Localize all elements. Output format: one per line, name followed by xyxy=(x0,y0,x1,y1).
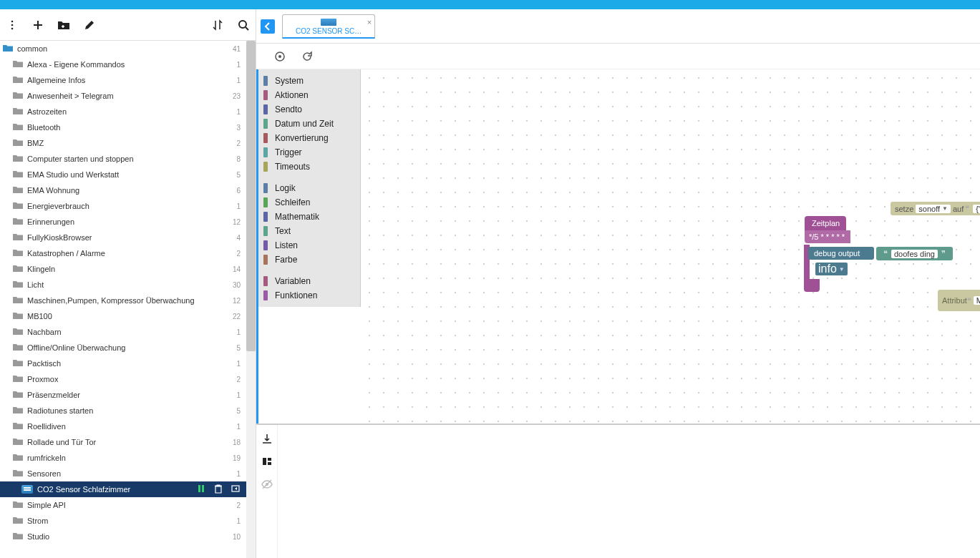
folder-icon xyxy=(13,280,23,290)
folder-icon xyxy=(13,217,23,227)
folder-icon xyxy=(13,406,23,416)
toolbox-item[interactable]: Variablen xyxy=(256,274,360,288)
tree-folder[interactable]: Bluetooth3 xyxy=(0,119,246,135)
tab-script-icon xyxy=(321,19,336,26)
tree-folder[interactable]: Packtisch1 xyxy=(0,356,246,371)
tree-folder[interactable]: Präsenzmelder1 xyxy=(0,387,246,403)
tree-folder[interactable]: Rollade und Tür Tor18 xyxy=(0,434,246,450)
tab-co2-sensor[interactable]: CO2 SENSOR SC… × xyxy=(282,14,375,39)
folder-icon xyxy=(13,138,23,148)
block-debug[interactable]: debug output xyxy=(808,247,874,260)
tree-folder[interactable]: Astrozeiten1 xyxy=(0,104,246,119)
layout-icon[interactable] xyxy=(259,454,275,469)
tree-folder[interactable]: Radiotunes starten5 xyxy=(0,403,246,418)
folder-icon xyxy=(13,107,23,117)
svg-point-2 xyxy=(11,27,14,29)
toolbox-item[interactable]: Funktionen xyxy=(256,288,360,303)
search-icon[interactable] xyxy=(236,17,251,33)
block-attribut[interactable]: Attribut ❝ MHZ19B.CarbonDioxide ❞ vom Ob… xyxy=(938,290,980,311)
sort-icon[interactable] xyxy=(210,17,225,33)
folder-icon xyxy=(13,469,23,479)
script-icon xyxy=(21,485,33,494)
tree-folder[interactable]: Allgemeine Infos1 xyxy=(0,72,246,88)
tree-folder[interactable]: Maschinen,Pumpen, Kompressor Überwachung… xyxy=(0,293,246,308)
folder-icon xyxy=(13,421,23,431)
tree-folder[interactable]: Roellidiven1 xyxy=(0,418,246,434)
tab-label: CO2 SENSOR SC… xyxy=(296,27,362,35)
tree-folder[interactable]: Nachbarn1 xyxy=(0,324,246,340)
delete-icon[interactable] xyxy=(213,484,223,495)
close-icon[interactable]: × xyxy=(367,18,372,26)
locate-icon[interactable] xyxy=(272,49,288,64)
download-icon[interactable] xyxy=(259,431,275,446)
block-cron[interactable]: */5 * * * * * xyxy=(805,230,850,243)
edit-icon[interactable] xyxy=(82,17,97,33)
tree-folder[interactable]: MB10022 xyxy=(0,308,246,324)
tree-script-selected[interactable]: CO2 Sensor Schlafzimmer xyxy=(0,481,246,497)
tree-folder[interactable]: Licht30 xyxy=(0,277,246,293)
tree-folder[interactable]: Proxmox2 xyxy=(0,371,246,387)
tree-scrollbar[interactable] xyxy=(246,41,256,558)
folder-icon xyxy=(13,295,23,305)
tree-folder[interactable]: Katastrophen / Alarme2 xyxy=(0,245,246,261)
toolbox-item[interactable]: Aktionen xyxy=(256,88,360,102)
open-icon[interactable] xyxy=(231,484,241,495)
bottom-panel xyxy=(256,424,980,558)
tree-folder[interactable]: Alexa - Eigene Kommandos1 xyxy=(0,57,246,72)
tree-folder[interactable]: Offline/Online Überwachung5 xyxy=(0,340,246,356)
folder-icon xyxy=(13,264,23,274)
tree-folder[interactable]: Strom1 xyxy=(0,513,246,529)
tree-folder[interactable]: Simple API2 xyxy=(0,497,246,513)
pause-icon[interactable] xyxy=(196,484,206,495)
toolbox-item[interactable]: Farbe xyxy=(256,253,360,267)
refresh-icon[interactable] xyxy=(299,49,315,64)
block-doofes[interactable]: ❝ doofes ding ❞ xyxy=(876,247,953,260)
toolbox-item[interactable]: Schleifen xyxy=(256,195,360,210)
folder-icon xyxy=(13,327,23,337)
block-zeitplan[interactable]: Zeitplan */5 * * * * * xyxy=(805,216,850,243)
toolbox-item[interactable]: Text xyxy=(256,224,360,238)
block-debug-label: debug output xyxy=(814,249,860,258)
tree-folder[interactable]: EMA Studio und Werkstatt5 xyxy=(0,167,246,182)
tree-folder[interactable]: BMZ2 xyxy=(0,135,246,151)
block-setze-var[interactable]: sonoff▼ xyxy=(916,205,951,213)
tree-folder[interactable]: Anwesenheit > Telegram23 xyxy=(0,88,246,104)
folder-icon xyxy=(13,122,23,132)
blockly-canvas[interactable]: setze sonoff▼ auf ❝ {"Time":"2022-09-27T… xyxy=(361,69,980,424)
tree-folder[interactable]: EMA Wohnung6 xyxy=(0,182,246,198)
tree-folder[interactable]: rumfrickeln19 xyxy=(0,450,246,466)
toolbox-item[interactable]: Listen xyxy=(256,238,360,253)
block-json-text[interactable]: {"Time":"2022-09-27T17:27:05","MHZ19B":{… xyxy=(973,205,980,213)
block-attr-name[interactable]: MHZ19B.CarbonDioxide xyxy=(974,296,980,305)
add-folder-icon[interactable] xyxy=(56,17,72,33)
tree-folder[interactable]: Klingeln14 xyxy=(0,261,246,277)
svg-point-0 xyxy=(11,20,14,22)
toolbox-item[interactable]: System xyxy=(256,74,360,88)
toolbox-item[interactable]: Trigger xyxy=(256,145,360,160)
block-setze[interactable]: setze sonoff▼ auf ❝ {"Time":"2022-09-27T… xyxy=(891,202,980,215)
folder-icon xyxy=(13,232,23,243)
visibility-off-icon[interactable] xyxy=(259,476,275,492)
svg-rect-5 xyxy=(202,485,204,492)
open-folder-icon xyxy=(3,44,13,54)
add-icon[interactable] xyxy=(30,17,46,33)
back-button[interactable] xyxy=(261,19,275,34)
folder-icon xyxy=(13,437,23,447)
tree-folder[interactable]: Energieverbrauch1 xyxy=(0,198,246,214)
svg-rect-10 xyxy=(268,458,271,461)
tree-folder[interactable]: Erinnerungen12 xyxy=(0,214,246,230)
tree-root[interactable]: common41 xyxy=(0,41,246,57)
toolbox-item[interactable]: Sendto xyxy=(256,102,360,117)
toolbox-item[interactable]: Datum und Zeit xyxy=(256,117,360,131)
tree-folder[interactable]: FullyKioskBrowser4 xyxy=(0,230,246,245)
toolbox-item[interactable]: Konvertierung xyxy=(256,131,360,145)
tree-folder[interactable]: Computer starten und stoppen8 xyxy=(0,151,246,167)
tree-folder[interactable]: Studio10 xyxy=(0,529,246,544)
block-doofes-text[interactable]: doofes ding xyxy=(891,250,938,258)
more-icon[interactable] xyxy=(4,17,20,33)
block-debug-level[interactable]: info▼ xyxy=(813,263,850,275)
tree-folder[interactable]: Sensoren1 xyxy=(0,466,246,481)
toolbox-item[interactable]: Timeouts xyxy=(256,160,360,174)
toolbox-item[interactable]: Mathematik xyxy=(256,210,360,224)
toolbox-item[interactable]: Logik xyxy=(256,181,360,195)
